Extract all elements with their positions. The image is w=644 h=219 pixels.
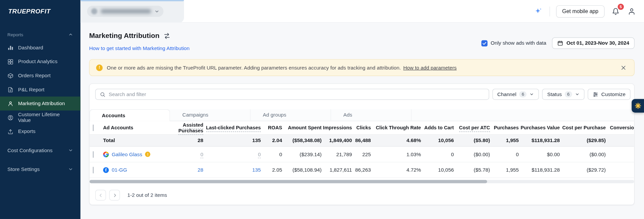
date-range-picker[interactable]: Oct 01, 2023-Nov 30, 2024 bbox=[552, 37, 635, 49]
chevron-down-icon bbox=[68, 167, 73, 172]
chevron-left-icon bbox=[98, 192, 103, 198]
document-icon bbox=[7, 86, 13, 92]
next-page-button[interactable] bbox=[109, 190, 120, 201]
column-header-last-clicked-purchases[interactable]: Last-clicked Purchases bbox=[204, 125, 262, 131]
row-checkbox[interactable] bbox=[93, 151, 93, 158]
sidebar-item-label: Dashboard bbox=[18, 45, 43, 50]
column-header-click-through-rate[interactable]: Click Through Rate bbox=[372, 125, 422, 131]
date-range-label: Oct 01, 2023-Nov 30, 2024 bbox=[566, 40, 629, 46]
facebook-icon: f bbox=[103, 167, 109, 173]
ai-sparkle-button[interactable] bbox=[534, 6, 543, 16]
account-button[interactable] bbox=[627, 6, 637, 16]
status-count-badge: 6 bbox=[565, 91, 572, 97]
starburst-icon bbox=[634, 102, 641, 110]
status-filter-button[interactable]: Status 6 bbox=[542, 89, 584, 100]
warning-glyph: ! bbox=[147, 152, 148, 156]
column-header-ad-accounts[interactable]: Ad Accounts bbox=[101, 125, 161, 131]
last-clicked-purchases-link[interactable]: 135 bbox=[252, 167, 261, 173]
sidebar-item-label: Orders Report bbox=[18, 73, 51, 79]
facebook-glyph: f bbox=[105, 168, 106, 172]
ad-account-link[interactable]: 01-GG bbox=[112, 167, 127, 173]
tab-accounts[interactable]: Accounts bbox=[90, 109, 170, 121]
main-content: Marketing Attribution How to get started… bbox=[81, 23, 644, 219]
only-show-ads-filter[interactable]: Only show ads with data bbox=[481, 40, 546, 46]
sidebar-item-exports[interactable]: Exports bbox=[0, 125, 81, 139]
topbar-actions: Get mobile app 5 bbox=[534, 0, 637, 23]
sidebar-item-dashboard[interactable]: Dashboard bbox=[0, 41, 81, 55]
sidebar: TRUEPROFIT Reports Dashboard Product Ana… bbox=[0, 0, 81, 219]
page-head-left: Marketing Attribution How to get started… bbox=[89, 32, 189, 52]
sidebar-item-orders-report[interactable]: Orders Report bbox=[0, 69, 81, 83]
checkbox-checked-icon[interactable] bbox=[481, 40, 487, 46]
column-header-assisted-purchases[interactable]: Assisted Purchases bbox=[161, 122, 204, 133]
sidebar-item-marketing-attribution[interactable]: Marketing Attribution bbox=[0, 96, 81, 111]
trueprofit-logo[interactable]: TRUEPROFIT bbox=[0, 0, 81, 23]
select-all-checkbox[interactable] bbox=[93, 125, 93, 131]
user-icon bbox=[628, 8, 635, 15]
column-header-purchases-value[interactable]: Purchases Value bbox=[519, 125, 560, 131]
swap-arrows-icon[interactable] bbox=[164, 32, 171, 39]
chevron-down-icon bbox=[575, 92, 579, 96]
customize-label: Customize bbox=[601, 91, 626, 97]
channel-count-badge: 6 bbox=[519, 91, 526, 97]
column-header-clicks[interactable]: Clicks bbox=[353, 125, 372, 131]
warning-icon: ! bbox=[96, 64, 103, 71]
close-icon[interactable] bbox=[619, 63, 628, 72]
banner-message: One or more ads are missing the TrueProf… bbox=[107, 65, 401, 71]
column-header-impressions[interactable]: Impressions bbox=[322, 125, 353, 131]
grid-icon bbox=[7, 58, 13, 64]
warning-banner: ! One or more ads are missing the TruePr… bbox=[89, 59, 634, 76]
ad-account-link[interactable]: Galileo Glass bbox=[112, 151, 142, 157]
person-icon bbox=[7, 100, 13, 106]
sidebar-item-product-analytics[interactable]: Product Analytics bbox=[0, 55, 81, 69]
assisted-purchases-link[interactable]: 28 bbox=[197, 167, 203, 173]
row-checkbox[interactable] bbox=[93, 167, 93, 173]
attribution-table: Ad Accounts Assisted Purchases Last-clic… bbox=[90, 121, 634, 178]
column-header-cost-per-atc[interactable]: Cost per ATC bbox=[455, 125, 491, 131]
column-header-conversion-rate[interactable]: Conversion Rate bbox=[607, 125, 634, 131]
dashboard-icon bbox=[7, 45, 13, 51]
pagination-summary: 1-2 out of 2 items bbox=[127, 192, 167, 198]
chevron-down-icon bbox=[154, 9, 159, 14]
tab-ad-groups[interactable]: Ad groups bbox=[250, 109, 331, 121]
sidebar-item-label: Product Analytics bbox=[18, 59, 57, 64]
floating-widget-button[interactable] bbox=[632, 99, 644, 113]
sidebar-item-label: Marketing Attribution bbox=[18, 101, 65, 106]
warning-icon[interactable]: ! bbox=[145, 151, 150, 157]
search-icon bbox=[100, 91, 105, 97]
check-icon bbox=[482, 41, 487, 45]
sidebar-section-store-settings[interactable]: Store Settings bbox=[0, 162, 81, 176]
sidebar-item-customer-lifetime-value[interactable]: Customer Lifetime Value bbox=[0, 111, 81, 125]
sidebar-section-cost-configurations[interactable]: Cost Configurations bbox=[0, 143, 81, 158]
pagination: 1-2 out of 2 items bbox=[90, 183, 634, 201]
horizontal-scrollbar[interactable] bbox=[90, 180, 634, 183]
column-header-amount-spent[interactable]: Amount Spent bbox=[283, 125, 322, 131]
tab-ads[interactable]: Ads bbox=[331, 109, 412, 121]
page-title: Marketing Attribution bbox=[89, 32, 159, 40]
notifications-button[interactable]: 5 bbox=[611, 6, 620, 16]
column-header-roas[interactable]: ROAS bbox=[262, 125, 283, 131]
table-total-row: Total 28 135 2.04 ($58,348.08) 1,849,400… bbox=[90, 135, 634, 146]
sliders-icon bbox=[593, 91, 598, 97]
scrollbar-thumb[interactable] bbox=[90, 180, 487, 183]
get-started-link[interactable]: How to get started with Marketing Attrib… bbox=[89, 46, 189, 51]
customize-button[interactable]: Customize bbox=[588, 89, 630, 100]
channel-filter-button[interactable]: Channel 6 bbox=[492, 89, 539, 100]
search-box[interactable] bbox=[95, 89, 489, 100]
store-avatar bbox=[91, 8, 97, 14]
prev-page-button[interactable] bbox=[95, 190, 106, 201]
get-mobile-app-button[interactable]: Get mobile app bbox=[556, 5, 605, 17]
column-header-adds-to-cart[interactable]: Adds to Cart bbox=[422, 125, 455, 131]
store-settings-label: Store Settings bbox=[7, 166, 40, 172]
column-header-cost-per-purchase[interactable]: Cost per Purchase bbox=[561, 125, 607, 131]
sidebar-item-pl-report[interactable]: P&L Report bbox=[0, 83, 81, 97]
tab-campaigns[interactable]: Campaigns bbox=[170, 109, 250, 121]
table-header-row: Ad Accounts Assisted Purchases Last-clic… bbox=[90, 121, 634, 135]
person-circle-icon bbox=[7, 115, 13, 121]
warning-glyph: ! bbox=[99, 65, 100, 70]
store-selector[interactable] bbox=[87, 6, 164, 17]
how-to-add-parameters-link[interactable]: How to add parameters bbox=[403, 65, 457, 71]
column-header-purchases[interactable]: Purchases bbox=[491, 125, 520, 131]
search-input[interactable] bbox=[109, 91, 485, 97]
sidebar-section-reports[interactable]: Reports bbox=[0, 28, 81, 41]
